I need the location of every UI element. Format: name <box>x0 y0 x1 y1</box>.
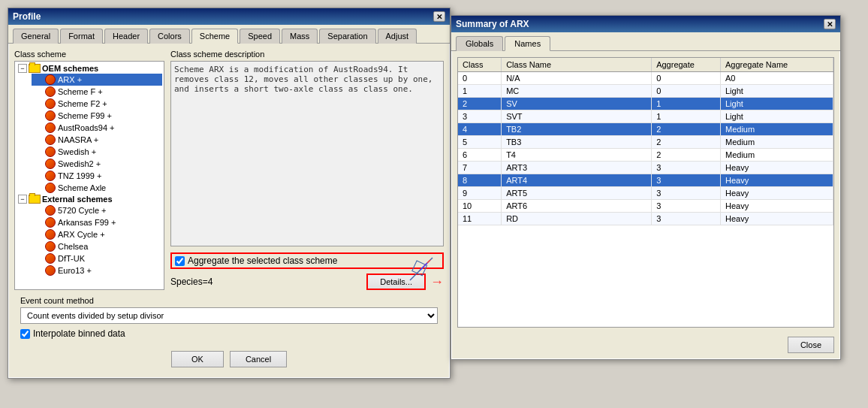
cancel-button[interactable]: Cancel <box>230 351 287 367</box>
tree-item-5720[interactable]: 5720 Cycle + <box>32 204 162 216</box>
profile-tab-bar: General Format Header Colors Scheme Spee… <box>8 25 450 44</box>
summary-close-title-button[interactable]: ✕ <box>824 19 836 29</box>
table-row[interactable]: 0N/A0A0 <box>458 72 833 85</box>
event-count-label: Event count method <box>20 296 438 305</box>
scheme-f2-icon <box>45 98 56 109</box>
tree-item-arx[interactable]: ARX + <box>32 74 162 86</box>
tree-item-chelsea[interactable]: Chelsea <box>32 240 162 252</box>
col-class-name: Class Name <box>502 58 652 72</box>
tab-mass[interactable]: Mass <box>282 29 318 44</box>
table-row[interactable]: 9ART53Heavy <box>458 187 833 200</box>
5720-icon <box>45 205 56 216</box>
table-row[interactable]: 4TB22Medium <box>458 123 833 136</box>
scheme-f2-label: Scheme F2 + <box>58 99 107 108</box>
tab-adjust[interactable]: Adjust <box>378 29 417 44</box>
scheme-axle-icon <box>45 183 56 193</box>
summary-title-bar: Summary of ARX ✕ <box>451 16 840 32</box>
summary-tab-globals[interactable]: Globals <box>456 36 503 51</box>
tab-header[interactable]: Header <box>104 29 148 44</box>
swedish2-label: Swedish2 + <box>58 159 101 168</box>
tree-item-scheme-f[interactable]: Scheme F + <box>32 86 162 98</box>
austroads-label: AustRoads94 + <box>58 123 115 132</box>
table-row[interactable]: 1MC0Light <box>458 85 833 98</box>
summary-close-button[interactable]: Close <box>788 337 834 353</box>
tree-item-scheme-f2[interactable]: Scheme F2 + <box>32 98 162 110</box>
table-row[interactable]: 11RD3Heavy <box>458 213 833 225</box>
tree-item-arx-cycle[interactable]: ARX Cycle + <box>32 228 162 240</box>
scheme-f-icon <box>45 86 56 97</box>
summary-title: Summary of ARX <box>456 19 529 29</box>
tab-speed[interactable]: Speed <box>240 29 280 44</box>
arx-icon <box>45 74 56 85</box>
table-row[interactable]: 3SVT1Light <box>458 110 833 123</box>
naasra-icon <box>45 134 56 145</box>
tree-item-naasra[interactable]: NAASRA + <box>32 134 162 146</box>
summary-tab-names[interactable]: Names <box>505 36 550 51</box>
external-group-header[interactable]: − External schemes <box>17 194 162 204</box>
external-group-label: External schemes <box>42 195 113 204</box>
col-aggregate: Aggregate <box>652 58 721 72</box>
aggregate-checkbox[interactable] <box>175 256 185 266</box>
tab-format[interactable]: Format <box>60 29 103 44</box>
profile-title-bar: Profile ✕ <box>8 8 450 25</box>
aggregate-label: Aggregate the selected class scheme <box>188 255 337 266</box>
tab-scheme[interactable]: Scheme <box>191 29 238 44</box>
tab-general[interactable]: General <box>13 29 59 44</box>
tree-item-euro13[interactable]: Euro13 + <box>32 264 162 277</box>
class-scheme-tree[interactable]: − OEM schemes ARX + Scheme F + <box>14 61 164 290</box>
decorative-kite <box>406 254 436 286</box>
scheme-axle-label: Scheme Axle <box>58 183 106 192</box>
arx-cycle-icon <box>45 229 56 240</box>
summary-dialog: Summary of ARX ✕ Globals Names Class Cla… <box>451 15 841 360</box>
tree-item-scheme-axle[interactable]: Scheme Axle <box>32 182 162 194</box>
euro13-icon <box>45 265 56 276</box>
tnz-icon <box>45 171 56 181</box>
event-count-dropdown[interactable]: Count events divided by setup divisor <box>20 307 438 324</box>
chelsea-icon <box>45 241 56 252</box>
profile-title: Profile <box>13 11 41 22</box>
naasra-label: NAASRA + <box>58 135 98 144</box>
profile-close-button[interactable]: ✕ <box>433 11 445 22</box>
species-text: Species=4 <box>170 277 212 287</box>
oem-group-header[interactable]: − OEM schemes <box>17 63 162 74</box>
table-row[interactable]: 2SV1Light <box>458 98 833 110</box>
tree-item-arkansas[interactable]: Arkansas F99 + <box>32 216 162 228</box>
tree-item-swedish[interactable]: Swedish + <box>32 146 162 158</box>
tree-item-austroads[interactable]: AustRoads94 + <box>32 122 162 134</box>
class-scheme-label: Class scheme <box>14 50 164 59</box>
table-row[interactable]: 6T42Medium <box>458 149 833 162</box>
svg-marker-1 <box>409 258 429 278</box>
tree-item-scheme-f99[interactable]: Scheme F99 + <box>32 110 162 122</box>
scheme-f-label: Scheme F + <box>58 87 103 96</box>
interpolate-checkbox[interactable] <box>20 329 30 339</box>
table-row[interactable]: 5TB32Medium <box>458 136 833 149</box>
chelsea-label: Chelsea <box>58 242 88 251</box>
col-aggregate-name: Aggregate Name <box>721 58 833 72</box>
scheme-f99-label: Scheme F99 + <box>58 111 112 120</box>
swedish-icon <box>45 147 56 157</box>
table-row[interactable]: 10ART63Heavy <box>458 200 833 213</box>
tab-colors[interactable]: Colors <box>149 29 190 44</box>
tree-item-swedish2[interactable]: Swedish2 + <box>32 158 162 170</box>
table-row[interactable]: 7ART33Heavy <box>458 162 833 174</box>
table-row[interactable]: 8ART43Heavy <box>458 174 833 187</box>
oem-expand-icon[interactable]: − <box>18 64 27 73</box>
euro13-label: Euro13 + <box>58 266 92 275</box>
ok-button[interactable]: OK <box>171 351 224 367</box>
interpolate-label: Interpolate binned data <box>33 328 125 339</box>
tree-item-dft-uk[interactable]: DfT-UK <box>32 252 162 264</box>
description-textarea[interactable] <box>170 61 444 246</box>
external-expand-icon[interactable]: − <box>18 195 27 204</box>
tnz-label: TNZ 1999 + <box>58 171 101 180</box>
arkansas-icon <box>45 217 56 228</box>
swedish-label: Swedish + <box>58 147 96 156</box>
tree-item-tnz[interactable]: TNZ 1999 + <box>32 170 162 182</box>
scheme-f99-icon <box>45 110 56 121</box>
col-class: Class <box>458 58 502 72</box>
austroads-icon <box>45 122 56 133</box>
dft-uk-label: DfT-UK <box>58 254 85 263</box>
summary-table: Class Class Name Aggregate Aggregate Nam… <box>458 58 833 225</box>
tab-separation[interactable]: Separation <box>319 29 375 44</box>
oem-items: ARX + Scheme F + Scheme F2 + <box>17 74 162 194</box>
summary-table-wrapper: Class Class Name Aggregate Aggregate Nam… <box>457 57 834 328</box>
